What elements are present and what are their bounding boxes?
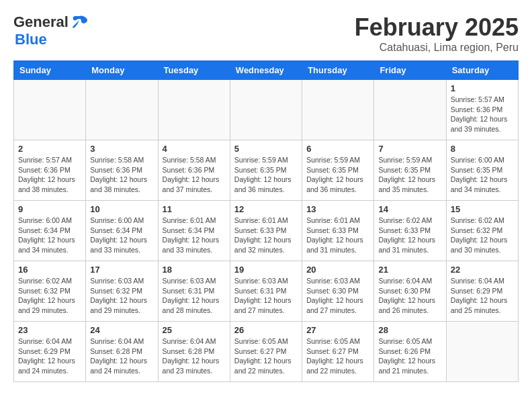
day-cell: 14Sunrise: 6:02 AM Sunset: 6:33 PM Dayli… (374, 201, 446, 261)
day-info: Sunrise: 5:59 AM Sunset: 6:35 PM Dayligh… (378, 155, 441, 195)
day-info: Sunrise: 6:04 AM Sunset: 6:29 PM Dayligh… (18, 336, 81, 376)
day-number: 23 (18, 325, 81, 335)
day-cell: 1Sunrise: 5:57 AM Sunset: 6:36 PM Daylig… (446, 80, 518, 140)
day-info: Sunrise: 6:00 AM Sunset: 6:34 PM Dayligh… (18, 216, 81, 255)
day-number: 4 (163, 144, 226, 154)
day-info: Sunrise: 6:02 AM Sunset: 6:32 PM Dayligh… (18, 276, 81, 316)
day-cell: 12Sunrise: 6:01 AM Sunset: 6:33 PM Dayli… (230, 201, 302, 261)
day-cell (446, 322, 518, 382)
day-info: Sunrise: 6:02 AM Sunset: 6:33 PM Dayligh… (378, 216, 441, 255)
location: Catahuasi, Lima region, Peru (355, 42, 519, 54)
day-cell: 26Sunrise: 6:05 AM Sunset: 6:27 PM Dayli… (230, 322, 302, 382)
day-info: Sunrise: 6:00 AM Sunset: 6:35 PM Dayligh… (451, 155, 514, 195)
day-cell (374, 80, 446, 140)
day-number: 24 (90, 325, 153, 335)
logo: General Blue (13, 13, 89, 48)
day-cell: 10Sunrise: 6:00 AM Sunset: 6:34 PM Dayli… (86, 201, 158, 261)
day-info: Sunrise: 5:58 AM Sunset: 6:36 PM Dayligh… (163, 155, 226, 195)
month-year: February 2025 (355, 13, 519, 42)
day-number: 26 (234, 325, 298, 335)
day-cell (14, 80, 86, 140)
day-number: 14 (378, 204, 441, 214)
day-cell: 9Sunrise: 6:00 AM Sunset: 6:34 PM Daylig… (14, 201, 86, 261)
day-header-sunday: Sunday (14, 61, 86, 80)
day-info: Sunrise: 6:05 AM Sunset: 6:27 PM Dayligh… (234, 336, 298, 376)
logo-bird-icon (70, 15, 89, 30)
day-number: 2 (18, 144, 81, 154)
title-area: February 2025 Catahuasi, Lima region, Pe… (355, 13, 519, 54)
day-cell: 11Sunrise: 6:01 AM Sunset: 6:34 PM Dayli… (158, 201, 230, 261)
day-cell: 17Sunrise: 6:03 AM Sunset: 6:32 PM Dayli… (86, 261, 158, 322)
day-cell: 4Sunrise: 5:58 AM Sunset: 6:36 PM Daylig… (158, 140, 230, 201)
day-number: 18 (163, 265, 226, 275)
day-number: 9 (18, 204, 81, 214)
days-of-week-row: SundayMondayTuesdayWednesdayThursdayFrid… (14, 61, 519, 80)
day-number: 22 (451, 265, 514, 275)
header: General Blue February 2025 Catahuasi, Li… (13, 13, 519, 54)
day-info: Sunrise: 6:04 AM Sunset: 6:28 PM Dayligh… (90, 336, 153, 376)
day-cell: 28Sunrise: 6:05 AM Sunset: 6:26 PM Dayli… (374, 322, 446, 382)
day-cell: 5Sunrise: 5:59 AM Sunset: 6:35 PM Daylig… (230, 140, 302, 201)
day-number: 15 (451, 204, 514, 214)
day-info: Sunrise: 6:00 AM Sunset: 6:34 PM Dayligh… (90, 216, 153, 255)
day-number: 13 (306, 204, 369, 214)
day-cell: 3Sunrise: 5:58 AM Sunset: 6:36 PM Daylig… (86, 140, 158, 201)
day-cell: 23Sunrise: 6:04 AM Sunset: 6:29 PM Dayli… (14, 322, 86, 382)
day-info: Sunrise: 6:01 AM Sunset: 6:33 PM Dayligh… (306, 216, 369, 255)
day-cell: 13Sunrise: 6:01 AM Sunset: 6:33 PM Dayli… (302, 201, 374, 261)
day-cell: 8Sunrise: 6:00 AM Sunset: 6:35 PM Daylig… (446, 140, 518, 201)
day-cell: 15Sunrise: 6:02 AM Sunset: 6:32 PM Dayli… (446, 201, 518, 261)
day-info: Sunrise: 6:04 AM Sunset: 6:28 PM Dayligh… (163, 336, 226, 376)
day-cell (158, 80, 230, 140)
week-row-4: 23Sunrise: 6:04 AM Sunset: 6:29 PM Dayli… (14, 322, 519, 382)
day-info: Sunrise: 6:05 AM Sunset: 6:26 PM Dayligh… (378, 336, 441, 376)
day-number: 21 (378, 265, 441, 275)
day-cell: 25Sunrise: 6:04 AM Sunset: 6:28 PM Dayli… (158, 322, 230, 382)
day-number: 3 (90, 144, 153, 154)
day-number: 12 (234, 204, 298, 214)
day-number: 19 (234, 265, 298, 275)
day-cell: 7Sunrise: 5:59 AM Sunset: 6:35 PM Daylig… (374, 140, 446, 201)
calendar-table: SundayMondayTuesdayWednesdayThursdayFrid… (13, 60, 519, 382)
day-cell: 2Sunrise: 5:57 AM Sunset: 6:36 PM Daylig… (14, 140, 86, 201)
day-cell: 18Sunrise: 6:03 AM Sunset: 6:31 PM Dayli… (158, 261, 230, 322)
week-row-2: 9Sunrise: 6:00 AM Sunset: 6:34 PM Daylig… (14, 201, 519, 261)
day-info: Sunrise: 6:01 AM Sunset: 6:33 PM Dayligh… (234, 216, 298, 255)
day-cell: 6Sunrise: 5:59 AM Sunset: 6:35 PM Daylig… (302, 140, 374, 201)
day-info: Sunrise: 6:01 AM Sunset: 6:34 PM Dayligh… (163, 216, 226, 255)
day-cell (230, 80, 302, 140)
day-header-monday: Monday (86, 61, 158, 80)
week-row-1: 2Sunrise: 5:57 AM Sunset: 6:36 PM Daylig… (14, 140, 519, 201)
day-info: Sunrise: 6:03 AM Sunset: 6:31 PM Dayligh… (163, 276, 226, 316)
day-number: 5 (234, 144, 298, 154)
day-info: Sunrise: 5:59 AM Sunset: 6:35 PM Dayligh… (234, 155, 298, 195)
day-cell: 19Sunrise: 6:03 AM Sunset: 6:31 PM Dayli… (230, 261, 302, 322)
day-info: Sunrise: 6:04 AM Sunset: 6:29 PM Dayligh… (451, 276, 514, 316)
day-cell: 27Sunrise: 6:05 AM Sunset: 6:27 PM Dayli… (302, 322, 374, 382)
day-number: 17 (90, 265, 153, 275)
day-info: Sunrise: 5:57 AM Sunset: 6:36 PM Dayligh… (451, 95, 514, 134)
day-header-thursday: Thursday (302, 61, 374, 80)
day-header-friday: Friday (374, 61, 446, 80)
day-number: 20 (306, 265, 369, 275)
day-info: Sunrise: 6:05 AM Sunset: 6:27 PM Dayligh… (306, 336, 369, 376)
day-info: Sunrise: 6:03 AM Sunset: 6:31 PM Dayligh… (234, 276, 298, 316)
day-info: Sunrise: 5:57 AM Sunset: 6:36 PM Dayligh… (18, 155, 81, 195)
day-info: Sunrise: 5:59 AM Sunset: 6:35 PM Dayligh… (306, 155, 369, 195)
day-cell (86, 80, 158, 140)
calendar-header: SundayMondayTuesdayWednesdayThursdayFrid… (14, 61, 519, 80)
day-cell: 16Sunrise: 6:02 AM Sunset: 6:32 PM Dayli… (14, 261, 86, 322)
day-cell: 24Sunrise: 6:04 AM Sunset: 6:28 PM Dayli… (86, 322, 158, 382)
day-number: 16 (18, 265, 81, 275)
day-number: 25 (163, 325, 226, 335)
day-number: 10 (90, 204, 153, 214)
day-info: Sunrise: 6:02 AM Sunset: 6:32 PM Dayligh… (451, 216, 514, 255)
day-info: Sunrise: 6:03 AM Sunset: 6:30 PM Dayligh… (306, 276, 369, 316)
day-header-saturday: Saturday (446, 61, 518, 80)
logo-blue-text: Blue (15, 31, 47, 48)
day-number: 7 (378, 144, 441, 154)
day-number: 6 (306, 144, 369, 154)
week-row-0: 1Sunrise: 5:57 AM Sunset: 6:36 PM Daylig… (14, 80, 519, 140)
day-cell: 20Sunrise: 6:03 AM Sunset: 6:30 PM Dayli… (302, 261, 374, 322)
day-number: 27 (306, 325, 369, 335)
